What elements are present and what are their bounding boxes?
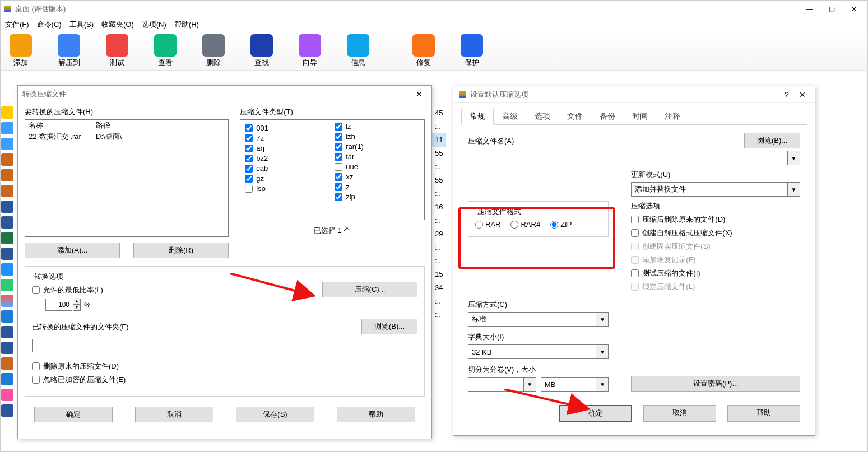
type-cab[interactable]: cab bbox=[245, 164, 330, 173]
add-button[interactable]: 添加(A)... bbox=[25, 243, 120, 258]
toolbar-信息[interactable]: 信息 bbox=[342, 34, 374, 68]
split-size-value[interactable] bbox=[468, 377, 524, 392]
option-测试压缩的文件(I)[interactable]: 测试压缩的文件(I) bbox=[631, 268, 800, 278]
remove-button[interactable]: 删除(R) bbox=[133, 243, 229, 258]
tab-时间[interactable]: 时间 bbox=[624, 108, 656, 125]
type-iso[interactable]: iso bbox=[245, 184, 330, 193]
chevron-down-icon[interactable]: ▼ bbox=[788, 182, 800, 197]
update-mode-combo[interactable]: 添加并替换文件 ▼ bbox=[631, 182, 800, 197]
menu-help[interactable]: 帮助(H) bbox=[174, 20, 199, 30]
archive-browse-button[interactable]: 浏览(B)... bbox=[744, 133, 800, 148]
type-z[interactable]: z bbox=[335, 183, 420, 191]
menu-favorites[interactable]: 收藏夹(O) bbox=[101, 20, 134, 30]
defaults-ok-button[interactable]: 确定 bbox=[559, 405, 632, 422]
type-rar(1)[interactable]: rar(1) bbox=[335, 142, 420, 151]
format-radio[interactable] bbox=[550, 221, 558, 229]
type-checkbox[interactable] bbox=[245, 155, 253, 162]
menu-file[interactable]: 文件(F) bbox=[5, 20, 29, 30]
split-unit-combo[interactable]: MB ▼ bbox=[541, 377, 609, 392]
ratio-spinner[interactable]: ▲▼ % bbox=[45, 299, 322, 311]
type-lzh[interactable]: lzh bbox=[335, 132, 420, 141]
toolbar-查看[interactable]: 查看 bbox=[150, 34, 181, 68]
type-checkbox[interactable] bbox=[245, 124, 253, 132]
chevron-down-icon[interactable]: ▼ bbox=[596, 344, 609, 359]
defaults-dlg-help-icon[interactable]: ? bbox=[779, 87, 795, 102]
tab-文件[interactable]: 文件 bbox=[559, 108, 591, 125]
toolbar-测试[interactable]: 测试 bbox=[101, 34, 133, 68]
chevron-down-icon[interactable]: ▼ bbox=[524, 377, 536, 392]
ratio-input[interactable] bbox=[45, 299, 72, 311]
option-压缩后删除原来的文件(D)[interactable]: 压缩后删除原来的文件(D) bbox=[631, 215, 800, 225]
type-xz[interactable]: xz bbox=[335, 173, 420, 181]
defaults-cancel-button[interactable]: 取消 bbox=[643, 405, 716, 422]
type-checkbox[interactable] bbox=[245, 145, 253, 152]
type-001[interactable]: 001 bbox=[245, 124, 330, 132]
option-创建自解压格式压缩文件(X)[interactable]: 创建自解压格式压缩文件(X) bbox=[631, 228, 800, 238]
archive-row[interactable]: 22-数据汇交 .rar D:\桌面\ bbox=[25, 131, 228, 142]
type-checkbox[interactable] bbox=[335, 163, 342, 171]
archive-name-value[interactable] bbox=[468, 151, 788, 165]
type-checkbox[interactable] bbox=[335, 133, 342, 141]
minimize-button[interactable]: — bbox=[798, 1, 820, 17]
tab-备份[interactable]: 备份 bbox=[591, 108, 624, 125]
toolbar-查找[interactable]: 查找 bbox=[246, 34, 277, 68]
close-button[interactable]: ✕ bbox=[843, 1, 865, 17]
format-RAR[interactable]: RAR bbox=[475, 220, 500, 229]
toolbar-修复[interactable]: 修复 bbox=[408, 34, 439, 68]
type-zip[interactable]: zip bbox=[335, 193, 420, 201]
type-checkbox[interactable] bbox=[245, 185, 253, 193]
compress-button[interactable]: 压缩(C)... bbox=[322, 282, 417, 297]
toolbar-向导[interactable]: 向导 bbox=[294, 34, 326, 68]
format-RAR4[interactable]: RAR4 bbox=[510, 220, 540, 229]
method-combo[interactable]: 标准 ▼ bbox=[468, 312, 609, 327]
option-checkbox[interactable] bbox=[631, 229, 639, 237]
toolbar-保护[interactable]: 保护 bbox=[456, 34, 488, 68]
defaults-dlg-close[interactable]: ✕ bbox=[795, 87, 810, 102]
convert-cancel-button[interactable]: 取消 bbox=[135, 407, 213, 422]
type-bz2[interactable]: bz2 bbox=[245, 154, 330, 162]
type-7z[interactable]: 7z bbox=[245, 134, 330, 142]
set-password-button[interactable]: 设置密码(P)... bbox=[631, 376, 800, 392]
allow-lowest-checkbox[interactable] bbox=[32, 286, 40, 294]
menu-options[interactable]: 选项(N) bbox=[142, 20, 166, 30]
split-size-combo[interactable]: ▼ bbox=[468, 377, 536, 392]
delete-original-checkbox[interactable] bbox=[32, 362, 40, 370]
option-checkbox[interactable] bbox=[631, 269, 639, 277]
type-checkbox[interactable] bbox=[335, 193, 342, 201]
skip-encrypted-checkbox[interactable] bbox=[32, 376, 40, 384]
type-checkbox[interactable] bbox=[245, 165, 253, 173]
type-checkbox[interactable] bbox=[335, 153, 342, 161]
type-checkbox[interactable] bbox=[335, 123, 342, 131]
skip-encrypted-option[interactable]: 忽略已加密的压缩文件(E) bbox=[32, 375, 417, 385]
tab-选项[interactable]: 选项 bbox=[526, 108, 559, 125]
type-checkbox[interactable] bbox=[245, 175, 253, 183]
format-ZIP[interactable]: ZIP bbox=[550, 220, 572, 229]
converted-folder-input[interactable] bbox=[32, 339, 417, 352]
menu-tools[interactable]: 工具(S) bbox=[69, 20, 94, 30]
type-checkbox[interactable] bbox=[335, 143, 342, 151]
defaults-help-button[interactable]: 帮助 bbox=[727, 405, 800, 422]
ratio-down[interactable]: ▼ bbox=[73, 305, 81, 311]
dict-combo[interactable]: 32 KB ▼ bbox=[468, 344, 609, 359]
toolbar-添加[interactable]: 添加 bbox=[5, 34, 36, 68]
type-checkbox[interactable] bbox=[335, 183, 342, 191]
type-gz[interactable]: gz bbox=[245, 174, 330, 183]
ratio-up[interactable]: ▲ bbox=[73, 299, 81, 305]
browse-folder-button[interactable]: 浏览(B)... bbox=[361, 319, 417, 334]
chevron-down-icon[interactable]: ▼ bbox=[596, 377, 609, 392]
format-radio[interactable] bbox=[475, 221, 483, 229]
toolbar-解压到[interactable]: 解压到 bbox=[53, 34, 85, 68]
format-radio[interactable] bbox=[510, 221, 518, 229]
convert-ok-button[interactable]: 确定 bbox=[34, 407, 113, 422]
convert-save-button[interactable]: 保存(S) bbox=[236, 407, 314, 422]
tab-高级[interactable]: 高级 bbox=[494, 108, 526, 125]
maximize-button[interactable]: ▢ bbox=[820, 1, 843, 17]
type-arj[interactable]: arj bbox=[245, 144, 330, 152]
type-uue[interactable]: uue bbox=[335, 162, 420, 171]
type-checkbox[interactable] bbox=[335, 173, 342, 181]
type-lz[interactable]: lz bbox=[335, 122, 420, 131]
option-checkbox[interactable] bbox=[631, 216, 639, 223]
convert-help-button[interactable]: 帮助 bbox=[337, 407, 415, 422]
type-tar[interactable]: tar bbox=[335, 152, 420, 161]
type-checkbox[interactable] bbox=[245, 134, 253, 142]
